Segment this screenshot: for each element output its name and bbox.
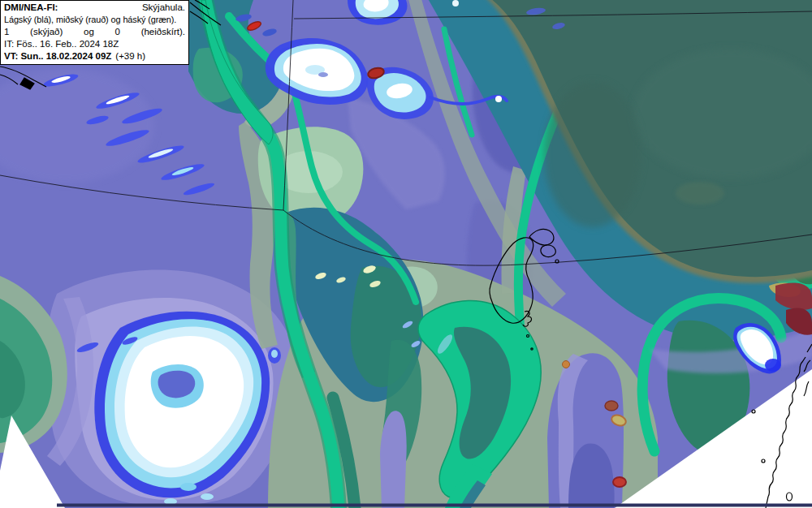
cloud-contour [318,72,328,77]
mid-cloud-spot [613,477,626,487]
mid-cloud-spot [563,361,570,368]
legend-valid-time: VT: Sun.. 18.02.2024 09Z [4,50,111,62]
legend-description: Lágský (blá), miðský (rauð) og háský (gr… [4,14,185,26]
legend-init-time: IT: Fös.. 16. Feb.. 2024 18Z [4,38,185,50]
legend-scale-max-label: (skýjað) [30,26,63,38]
weather-map-window: DMI/NEA-FI: Skýjahula. Lágský (blá), mið… [0,0,812,508]
clear-patch-core [495,96,502,102]
clear-patch-core [452,0,459,6]
mid-cloud-spot [605,401,618,411]
legend-scale-min: 0 [115,26,120,38]
clear-patch-ring [765,359,781,372]
cloud-contour [544,81,641,227]
cloud-contour [271,350,278,358]
cloud-contour [201,493,214,500]
legend-panel: DMI/NEA-FI: Skýjahula. Lágský (blá), mið… [0,0,189,65]
legend-scale-max: 1 [4,26,9,38]
legend-title-row: DMI/NEA-FI: Skýjahula. [4,2,185,14]
cloud-cover-map [0,0,812,508]
map-frame-bottom [57,504,812,507]
legend-scale-row: 1 (skýjað) og 0 (heiðskírt). [4,26,185,38]
clear-blob-hole [158,371,196,398]
legend-scale-min-label: (heiðskírt). [141,26,185,38]
cloud-contour [676,182,724,204]
legend-lead-time: (+39 h) [115,50,145,62]
cloud-contour [180,483,197,491]
legend-source: DMI/NEA-FI: [4,2,58,14]
legend-valid-time-row: VT: Sun.. 18.02.2024 09Z (+39 h) [4,50,185,62]
legend-product-name: Skýjahula. [142,2,185,14]
legend-scale-conjunction: og [84,26,94,38]
